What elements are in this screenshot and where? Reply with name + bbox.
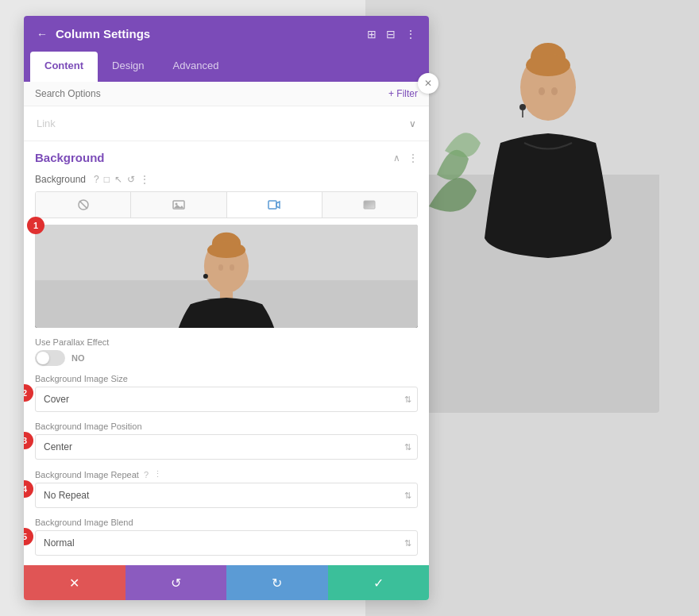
tab-design[interactable]: Design xyxy=(98,52,158,82)
bg-position-select-wrapper: Center Top Left Top Center Top Right Bot… xyxy=(35,434,418,460)
background-field-row: Background ? □ ↖ ↺ ⋮ xyxy=(24,171,429,191)
bg-repeat-help-icon[interactable]: ? xyxy=(144,470,149,479)
save-button[interactable]: ✓ xyxy=(328,565,430,600)
bg-repeat-select[interactable]: No Repeat Repeat Repeat X Repeat Y xyxy=(35,483,418,508)
gradient-bg-icon xyxy=(363,198,376,211)
bg-type-tabs xyxy=(35,191,418,218)
panel-body: Background ∧ ⋮ Background ? □ ↖ ↺ ⋮ xyxy=(24,141,429,565)
bg-position-label: Background Image Position xyxy=(35,422,418,431)
search-input[interactable] xyxy=(35,88,388,99)
badge-3: 3 xyxy=(24,432,33,449)
bg-position-field: 3 Background Image Position Center Top L… xyxy=(35,422,418,460)
svg-point-22 xyxy=(203,274,208,279)
link-section: Link ∨ xyxy=(24,106,429,141)
section-controls: ∧ ⋮ xyxy=(393,152,418,164)
parallax-section: Use Parallax Effect NO xyxy=(35,337,418,366)
filter-button[interactable]: + Filter xyxy=(388,88,418,99)
search-bar: + Filter xyxy=(24,82,429,106)
image-bg-icon xyxy=(172,198,185,211)
panel-wrapper: ← Column Settings ⊞ ⊟ ⋮ Content Design A… xyxy=(24,16,429,600)
more-options-icon[interactable]: ⋮ xyxy=(405,28,416,40)
link-dropdown[interactable]: Link ∨ xyxy=(35,113,418,134)
svg-rect-14 xyxy=(364,201,375,209)
parallax-label: Use Parallax Effect xyxy=(35,337,418,347)
bg-type-image[interactable] xyxy=(131,192,226,218)
bg-blend-field: 5 Background Image Blend Normal Multiply… xyxy=(35,518,418,556)
bg-field-dots-icon[interactable]: ⋮ xyxy=(140,174,149,185)
parallax-toggle[interactable] xyxy=(35,350,65,366)
svg-point-21 xyxy=(230,264,234,271)
preview-image xyxy=(35,225,418,328)
fullscreen-icon[interactable]: ⊞ xyxy=(367,28,377,40)
cancel-button[interactable]: ✕ xyxy=(24,565,126,600)
bg-type-none[interactable] xyxy=(36,192,131,218)
bg-position-select[interactable]: Center Top Left Top Center Top Right Bot… xyxy=(35,434,418,460)
bg-repeat-select-wrapper: No Repeat Repeat Repeat X Repeat Y ⇅ xyxy=(35,483,418,508)
reset-button[interactable]: ↺ xyxy=(126,565,227,600)
bg-type-gradient[interactable] xyxy=(322,192,417,218)
badge-2: 2 xyxy=(24,384,33,402)
bg-repeat-label: Background Image Repeat ? ⋮ xyxy=(35,469,418,479)
svg-point-20 xyxy=(218,264,223,271)
svg-point-7 xyxy=(519,104,526,110)
column-settings-panel: ← Column Settings ⊞ ⊟ ⋮ Content Design A… xyxy=(24,16,429,600)
bg-size-select-wrapper: Cover Contain Initial ⇅ xyxy=(35,387,418,412)
redo-button[interactable]: ↻ xyxy=(226,565,328,600)
bg-type-video[interactable] xyxy=(227,192,322,218)
badge-5: 5 xyxy=(24,528,33,545)
bg-blend-label: Background Image Blend xyxy=(35,518,418,527)
toggle-knob xyxy=(37,352,49,364)
image-preview[interactable] xyxy=(35,225,418,328)
help-icon[interactable]: ? xyxy=(94,174,99,185)
reset-icon[interactable]: ↺ xyxy=(127,174,135,185)
bg-blend-select-wrapper: Normal Multiply Screen Overlay Darken Li… xyxy=(35,530,418,556)
badge-4: 4 xyxy=(24,480,33,498)
section-dots-icon[interactable]: ⋮ xyxy=(408,152,418,164)
no-bg-icon xyxy=(77,198,90,211)
link-chevron-icon: ∨ xyxy=(409,118,416,129)
split-icon[interactable]: ⊟ xyxy=(386,28,396,40)
header-left: ← Column Settings xyxy=(37,27,150,40)
panel-footer: ✕ ↺ ↻ ✓ xyxy=(24,565,429,600)
collapse-icon[interactable]: ∧ xyxy=(393,152,400,164)
pointer-icon[interactable]: ↖ xyxy=(114,174,122,185)
header-icons: ⊞ ⊟ ⋮ xyxy=(367,28,416,40)
background-section-title: Background xyxy=(35,151,105,164)
tab-advanced[interactable]: Advanced xyxy=(159,52,234,82)
bg-size-field: 2 Background Image Size Cover Contain In… xyxy=(35,374,418,412)
toggle-state-label: NO xyxy=(71,353,85,363)
bg-blend-select[interactable]: Normal Multiply Screen Overlay Darken Li… xyxy=(35,530,418,556)
copy-icon[interactable]: □ xyxy=(104,174,110,185)
bg-repeat-dots-icon[interactable]: ⋮ xyxy=(153,469,162,479)
video-bg-icon xyxy=(268,198,280,211)
svg-point-19 xyxy=(207,242,245,258)
tab-content[interactable]: Content xyxy=(30,52,98,82)
bg-size-label: Background Image Size xyxy=(35,374,418,383)
tabs-bar: Content Design Advanced xyxy=(24,52,429,82)
panel-header: ← Column Settings ⊞ ⊟ ⋮ xyxy=(24,16,429,52)
svg-rect-13 xyxy=(268,201,276,209)
svg-point-5 xyxy=(539,87,545,95)
background-section-header: Background ∧ ⋮ xyxy=(24,141,429,171)
background-field-label: Background xyxy=(35,174,86,185)
badge-1: 1 xyxy=(27,217,44,234)
svg-line-10 xyxy=(79,201,87,209)
image-preview-wrapper: 1 xyxy=(35,225,418,328)
svg-point-6 xyxy=(551,87,558,95)
link-label: Link xyxy=(37,117,56,129)
bg-size-select[interactable]: Cover Contain Initial xyxy=(35,387,418,412)
parallax-toggle-wrapper: NO xyxy=(35,350,418,366)
bg-repeat-field: 4 Background Image Repeat ? ⋮ No Repeat … xyxy=(35,469,418,508)
svg-point-4 xyxy=(526,54,570,76)
panel-title: Column Settings xyxy=(56,27,150,40)
back-button[interactable]: ← xyxy=(37,28,48,40)
